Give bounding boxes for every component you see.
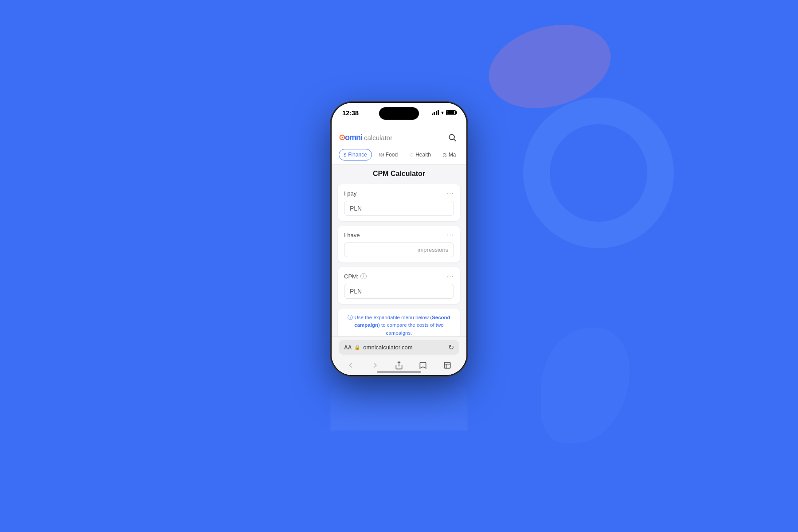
main-content: CPM Calculator I pay ··· PLN (332, 164, 466, 366)
search-button[interactable] (445, 130, 459, 145)
field-value-cpm: PLN (350, 288, 362, 295)
status-icons: ▾ (432, 109, 456, 116)
lock-icon: 🔒 (354, 344, 360, 350)
tab-math[interactable]: ⚖ Ma (438, 149, 459, 160)
url-text: omnicalculator.com (363, 344, 412, 351)
omni-mni: omni (345, 133, 362, 142)
bg-blob-1 (478, 8, 622, 125)
phone-screen: 12:38 ▾ (332, 103, 466, 375)
field-label-cpm: CPM: (344, 273, 359, 280)
field-label-have: I have (344, 232, 360, 239)
app-header: ⊙omni calculator (332, 125, 466, 164)
field-unit-impressions: impressions (418, 246, 448, 253)
reload-icon[interactable]: ↻ (448, 343, 454, 352)
forward-icon (371, 361, 379, 370)
omni-o: ⊙ (339, 133, 345, 142)
food-icon: 🍽 (379, 152, 384, 157)
browser-bar: AA 🔒 omnicalculator.com ↻ (332, 336, 466, 375)
info-hint-part2: ) to compare the costs of two campaigns. (378, 322, 444, 335)
calculator-title: CPM Calculator (338, 170, 460, 178)
field-group-pay: I pay ··· PLN (338, 184, 460, 221)
back-icon (346, 361, 355, 370)
tab-finance[interactable]: $ Finance (339, 149, 372, 160)
field-value-pay: PLN (350, 205, 362, 212)
search-icon (448, 133, 457, 142)
info-hint-text: ⓘ Use the expandable menu below (Second … (344, 314, 454, 337)
battery-fill (447, 111, 454, 114)
app-content: ⊙omni calculator (332, 125, 466, 375)
browser-actions (339, 359, 459, 372)
bg-blob-2 (523, 98, 674, 248)
category-tabs: $ Finance 🍽 Food ♡ Health ⚖ (339, 149, 459, 160)
wifi-icon: ▾ (441, 110, 444, 116)
signal-bar-1 (432, 113, 433, 115)
tabs-icon (443, 361, 452, 370)
tab-math-label: Ma (449, 152, 456, 158)
info-hint-part1: Use the expandable menu below ( (355, 315, 432, 320)
share-button[interactable] (393, 359, 405, 372)
app-header-top: ⊙omni calculator (339, 130, 459, 145)
svg-point-0 (449, 134, 454, 140)
finance-icon: $ (344, 152, 346, 157)
field-header-cpm: CPM: i ··· (344, 272, 454, 280)
info-icon[interactable]: i (360, 273, 367, 279)
back-button[interactable] (344, 359, 357, 372)
field-more-have[interactable]: ··· (447, 231, 454, 239)
field-input-have[interactable]: impressions (344, 243, 454, 257)
tab-health[interactable]: ♡ Health (405, 149, 435, 160)
field-more-pay[interactable]: ··· (447, 189, 454, 197)
home-indicator (377, 371, 421, 373)
field-group-have: I have ··· impressions (338, 226, 460, 262)
battery-icon (446, 110, 456, 115)
calculator-label: calculator (364, 134, 392, 141)
math-icon: ⚖ (442, 152, 447, 158)
status-time: 12:38 (342, 109, 359, 117)
dynamic-island (379, 107, 419, 120)
aa-text[interactable]: AA (344, 344, 352, 351)
field-input-cpm[interactable]: PLN (344, 284, 454, 299)
signal-bar-2 (434, 112, 435, 115)
phone-container: 12:38 ▾ (330, 102, 468, 430)
field-input-pay[interactable]: PLN (344, 201, 454, 216)
signal-bar-3 (436, 111, 437, 115)
field-header-have: I have ··· (344, 231, 454, 239)
bg-blob-3 (541, 328, 630, 443)
svg-line-1 (454, 139, 456, 141)
bookmarks-button[interactable] (417, 359, 429, 372)
cpm-label-wrap: CPM: i (344, 273, 367, 280)
tabs-button[interactable] (441, 359, 454, 372)
field-label-pay: I pay (344, 190, 356, 197)
phone-shell: 12:38 ▾ (330, 102, 468, 376)
forward-button[interactable] (369, 359, 381, 372)
omni-logo-text: ⊙omni (339, 133, 362, 142)
svg-rect-3 (444, 362, 450, 368)
tab-food[interactable]: 🍽 Food (375, 149, 402, 160)
tab-finance-label: Finance (348, 152, 367, 158)
health-icon: ♡ (409, 152, 414, 158)
status-bar: 12:38 ▾ (332, 103, 466, 125)
omni-logo: ⊙omni calculator (339, 133, 392, 142)
info-hint-icon: ⓘ (348, 315, 354, 320)
tab-health-label: Health (415, 152, 431, 158)
phone-reflection (330, 377, 468, 430)
url-bar[interactable]: AA 🔒 omnicalculator.com ↻ (339, 340, 459, 355)
url-left: AA 🔒 omnicalculator.com (344, 344, 413, 351)
share-icon (395, 361, 403, 370)
signal-bar-4 (438, 110, 439, 115)
tab-food-label: Food (386, 152, 398, 158)
field-group-cpm: CPM: i ··· PLN (338, 267, 460, 304)
signal-icon (432, 110, 439, 115)
field-more-cpm[interactable]: ··· (447, 272, 454, 280)
bookmarks-icon (419, 361, 427, 370)
field-header-pay: I pay ··· (344, 189, 454, 197)
